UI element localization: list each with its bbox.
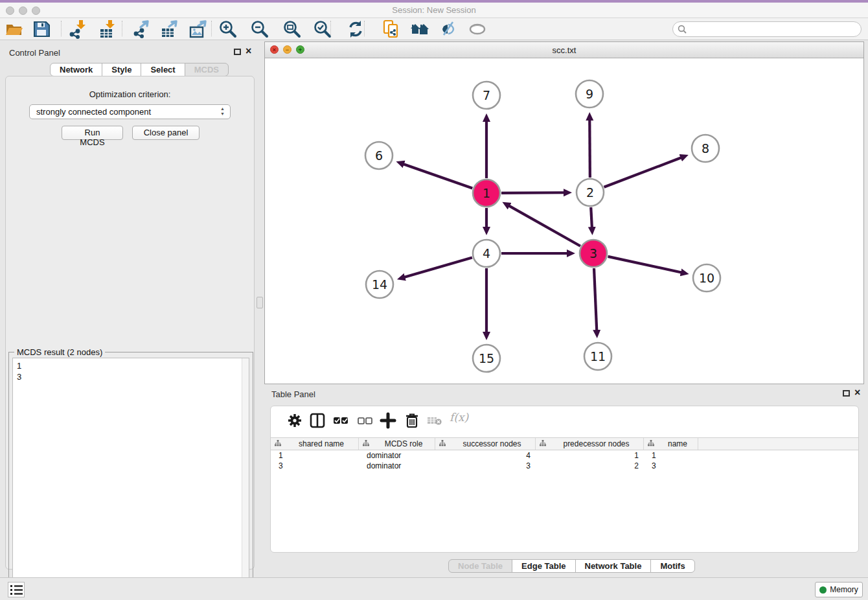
mcds-panel-body: Optimization criterion: strongly connect… — [5, 76, 255, 570]
svg-text:1: 1 — [483, 186, 490, 200]
column-header-shared-name[interactable]: shared name — [271, 438, 359, 450]
column-header-predecessor-nodes[interactable]: predecessor nodes — [536, 438, 644, 450]
criterion-dropdown-value: strongly connected component — [36, 107, 151, 117]
deselect-all-icon[interactable] — [357, 412, 374, 429]
table-cell[interactable]: 1 — [536, 450, 644, 461]
network-window-titlebar[interactable]: × − + scc.txt — [265, 42, 863, 58]
export-image-icon[interactable] — [188, 19, 207, 39]
graph-edge-2-9[interactable] — [589, 120, 590, 178]
column-header-MCDS-role[interactable]: MCDS role — [359, 438, 435, 450]
svg-text:14: 14 — [372, 277, 387, 292]
table-cell[interactable]: dominator — [359, 461, 435, 471]
tree-icon — [363, 439, 369, 448]
graph-node-9[interactable]: 9 — [576, 80, 603, 108]
open-session-icon[interactable] — [5, 19, 24, 39]
table-settings-icon[interactable] — [286, 412, 303, 429]
graph-node-15[interactable]: 15 — [473, 345, 500, 372]
close-panel-icon[interactable]: × — [246, 47, 251, 55]
toolbar-separator — [330, 21, 331, 36]
import-table-icon[interactable] — [97, 19, 117, 39]
network-window-title: scc.txt — [265, 45, 863, 55]
node-table-container: f(x) shared nameMCDS rolesuccessor nodes… — [270, 406, 859, 553]
table-cell[interactable]: 4 — [435, 450, 536, 461]
export-table-icon[interactable] — [159, 19, 179, 39]
tab-mcds[interactable]: MCDS — [185, 63, 229, 76]
graph-node-11[interactable]: 11 — [584, 343, 611, 370]
graph-node-2[interactable]: 2 — [577, 179, 604, 206]
tree-icon — [275, 439, 281, 448]
vertical-splitter-handle[interactable] — [257, 297, 263, 308]
memory-button[interactable]: Memory — [815, 582, 863, 597]
add-row-icon[interactable] — [380, 412, 396, 429]
graph-node-10[interactable]: 10 — [693, 264, 720, 292]
zoom-fit-icon[interactable] — [282, 19, 302, 39]
table-panel-tabs: Node TableEdge TableNetwork TableMotifs — [448, 559, 695, 573]
graph-edge-2-3[interactable] — [591, 207, 592, 227]
graph-node-8[interactable]: 8 — [692, 135, 719, 162]
graph-edge-2-8[interactable] — [604, 157, 681, 187]
table-cell[interactable]: 3 — [271, 461, 359, 471]
float-panel-icon[interactable] — [843, 390, 850, 397]
graph-node-4[interactable]: 4 — [473, 240, 500, 267]
graph-edge-3-11[interactable] — [594, 268, 597, 330]
mcds-result-text: 1 3 — [17, 360, 21, 382]
select-all-icon[interactable] — [333, 412, 350, 429]
graph-edge-1-2[interactable] — [501, 192, 564, 193]
show-panel-eye-icon[interactable] — [468, 19, 487, 39]
run-mcds-button[interactable]: Run MCDS — [62, 126, 123, 140]
table-row[interactable]: 1dominator411 — [271, 450, 858, 461]
criterion-dropdown[interactable]: strongly connected component ▲▼ — [29, 104, 231, 119]
delete-table-icon[interactable] — [426, 412, 443, 429]
zoom-in-icon[interactable] — [218, 19, 238, 39]
tab-motifs[interactable]: Motifs — [650, 559, 694, 573]
export-network-icon[interactable] — [132, 19, 152, 39]
zoom-out-icon[interactable] — [250, 19, 269, 39]
column-header-successor-nodes[interactable]: successor nodes — [435, 438, 536, 450]
tab-network[interactable]: Network — [50, 63, 102, 76]
search-input[interactable] — [672, 21, 862, 37]
graph-node-7[interactable]: 7 — [473, 82, 500, 109]
float-panel-icon[interactable] — [234, 49, 241, 55]
function-builder-icon[interactable]: f(x) — [450, 411, 466, 428]
graph-edge-3-10[interactable] — [608, 257, 681, 273]
show-columns-icon[interactable] — [309, 412, 326, 429]
main-toolbar — [0, 18, 868, 40]
table-cell[interactable]: 2 — [536, 461, 644, 471]
close-panel-button[interactable]: Close panel — [132, 126, 200, 140]
import-network-icon[interactable] — [68, 19, 87, 39]
hide-panel-eye-icon[interactable] — [439, 19, 458, 39]
close-panel-icon[interactable]: × — [854, 389, 860, 397]
task-history-list-icon[interactable] — [8, 582, 25, 597]
home-icon[interactable] — [410, 19, 429, 39]
delete-row-icon[interactable] — [404, 412, 420, 429]
tab-node-table[interactable]: Node Table — [448, 559, 512, 573]
table-cell[interactable]: dominator — [359, 450, 435, 461]
graph-node-3[interactable]: 3 — [580, 240, 607, 267]
graph-edge-4-14[interactable] — [404, 257, 472, 277]
column-header-name[interactable]: name — [644, 438, 698, 450]
zoom-selected-icon[interactable] — [313, 19, 332, 39]
table-row[interactable]: 3dominator323 — [271, 461, 858, 471]
tab-style[interactable]: Style — [102, 63, 141, 76]
mcds-result-textarea[interactable]: 1 3 — [12, 358, 249, 592]
graph-node-1[interactable]: 1 — [473, 179, 500, 207]
table-cell[interactable]: 3 — [435, 461, 536, 471]
refresh-icon[interactable] — [346, 19, 365, 39]
svg-text:8: 8 — [702, 141, 709, 156]
table-cell[interactable]: 1 — [271, 450, 359, 461]
toolbar-separator — [122, 21, 122, 36]
table-cell[interactable]: 3 — [644, 461, 698, 471]
save-session-icon[interactable] — [32, 19, 51, 39]
clone-network-icon[interactable] — [382, 19, 401, 39]
graph-node-14[interactable]: 14 — [366, 271, 393, 298]
node-table-header: shared nameMCDS rolesuccessor nodesprede… — [271, 437, 858, 450]
tab-edge-table[interactable]: Edge Table — [512, 559, 575, 573]
network-graph-canvas[interactable]: 7968124314101511 — [265, 58, 863, 384]
graph-node-6[interactable]: 6 — [365, 142, 393, 169]
mcds-result-scrollbar[interactable] — [242, 358, 249, 592]
tab-network-table[interactable]: Network Table — [575, 559, 652, 573]
graph-edge-3-1[interactable] — [509, 206, 580, 246]
tab-select[interactable]: Select — [141, 63, 185, 76]
graph-edge-1-6[interactable] — [404, 164, 473, 188]
table-cell[interactable]: 1 — [644, 450, 698, 461]
